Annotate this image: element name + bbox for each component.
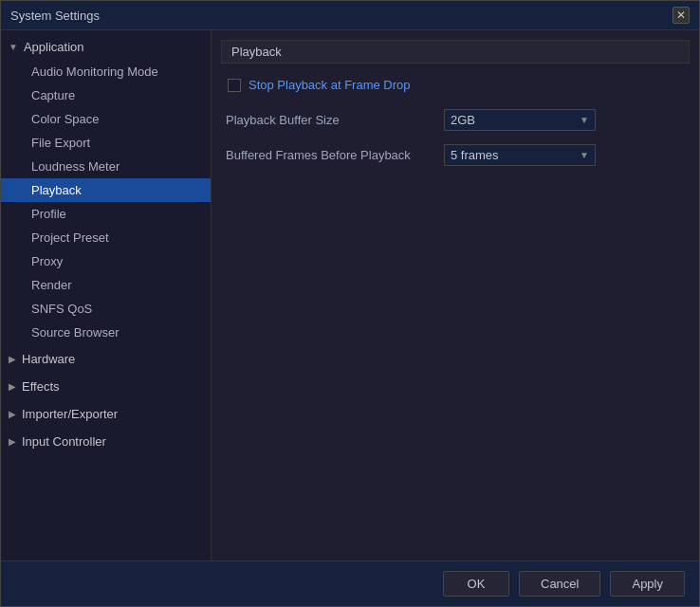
buffered-frames-row: Buffered Frames Before Playback 5 frames… [226, 144, 685, 166]
sidebar-group-importer-exporter: Importer/Exporter [1, 401, 211, 427]
sidebar-item-loudness-meter[interactable]: Loudness Meter [1, 155, 211, 178]
sidebar-group-input-controller: Input Controller [1, 429, 211, 454]
chevron-input-controller [9, 436, 16, 447]
sidebar-group-label-effects: Effects [22, 379, 60, 394]
title-bar: System Settings ✕ [1, 1, 699, 30]
sidebar-group-label-input-controller: Input Controller [22, 434, 106, 449]
buffered-frames-value: 5 frames [451, 148, 499, 162]
sidebar-item-color-space[interactable]: Color Space [1, 107, 211, 131]
playback-buffer-size-arrow: ▼ [580, 115, 589, 125]
buffered-frames-dropdown[interactable]: 5 frames ▼ [444, 144, 596, 166]
sidebar-item-capture[interactable]: Capture [1, 83, 211, 107]
sidebar-group-header-importer-exporter[interactable]: Importer/Exporter [1, 401, 211, 427]
ok-button[interactable]: OK [443, 571, 509, 597]
sidebar-group-effects: Effects [1, 374, 211, 399]
chevron-hardware [9, 354, 16, 364]
main-panel: Playback Stop Playback at Frame Drop Pla… [212, 30, 699, 561]
buffered-frames-label: Buffered Frames Before Playback [226, 148, 444, 162]
playback-buffer-size-row: Playback Buffer Size 2GB ▼ [226, 109, 685, 131]
chevron-effects [9, 381, 16, 392]
stop-playback-checkbox[interactable] [228, 79, 241, 92]
system-settings-window: System Settings ✕ ApplicationAudio Monit… [0, 0, 700, 607]
sidebar-item-profile[interactable]: Profile [1, 202, 211, 226]
sidebar-item-audio-monitoring-mode[interactable]: Audio Monitoring Mode [1, 60, 211, 83]
cancel-button[interactable]: Cancel [519, 571, 600, 597]
sidebar-group-label-application: Application [24, 40, 84, 54]
chevron-application [9, 42, 18, 52]
content-area: ApplicationAudio Monitoring ModeCaptureC… [1, 30, 699, 561]
sidebar-group-header-application[interactable]: Application [1, 34, 211, 60]
sidebar-group-header-input-controller[interactable]: Input Controller [1, 429, 211, 454]
panel-content: Stop Playback at Frame Drop Playback Buf… [212, 64, 699, 561]
sidebar-group-header-hardware[interactable]: Hardware [1, 346, 211, 372]
sidebar-group-label-hardware: Hardware [22, 352, 75, 366]
sidebar-item-file-export[interactable]: File Export [1, 131, 211, 155]
playback-buffer-size-value: 2GB [451, 113, 475, 127]
playback-buffer-size-dropdown[interactable]: 2GB ▼ [444, 109, 596, 131]
stop-playback-checkbox-row: Stop Playback at Frame Drop [226, 78, 685, 92]
chevron-importer-exporter [9, 409, 16, 419]
sidebar-item-proxy[interactable]: Proxy [1, 249, 211, 273]
sidebar-item-playback[interactable]: Playback [1, 178, 211, 202]
sidebar-item-project-preset[interactable]: Project Preset [1, 226, 211, 249]
sidebar-group-label-importer-exporter: Importer/Exporter [22, 407, 118, 421]
sidebar-group-hardware: Hardware [1, 346, 211, 372]
playback-buffer-size-label: Playback Buffer Size [226, 113, 444, 127]
close-button[interactable]: ✕ [672, 7, 690, 24]
buffered-frames-arrow: ▼ [580, 150, 589, 160]
sidebar-item-snfs-qos[interactable]: SNFS QoS [1, 297, 211, 321]
window-title: System Settings [10, 9, 100, 23]
footer: OK Cancel Apply [1, 561, 699, 606]
sidebar-group-header-effects[interactable]: Effects [1, 374, 211, 399]
apply-button[interactable]: Apply [610, 571, 685, 597]
section-header: Playback [221, 40, 690, 64]
sidebar-group-application: ApplicationAudio Monitoring ModeCaptureC… [1, 34, 211, 344]
sidebar-item-render[interactable]: Render [1, 273, 211, 297]
sidebar: ApplicationAudio Monitoring ModeCaptureC… [1, 30, 212, 561]
stop-playback-label[interactable]: Stop Playback at Frame Drop [249, 78, 411, 92]
sidebar-item-source-browser[interactable]: Source Browser [1, 321, 211, 344]
